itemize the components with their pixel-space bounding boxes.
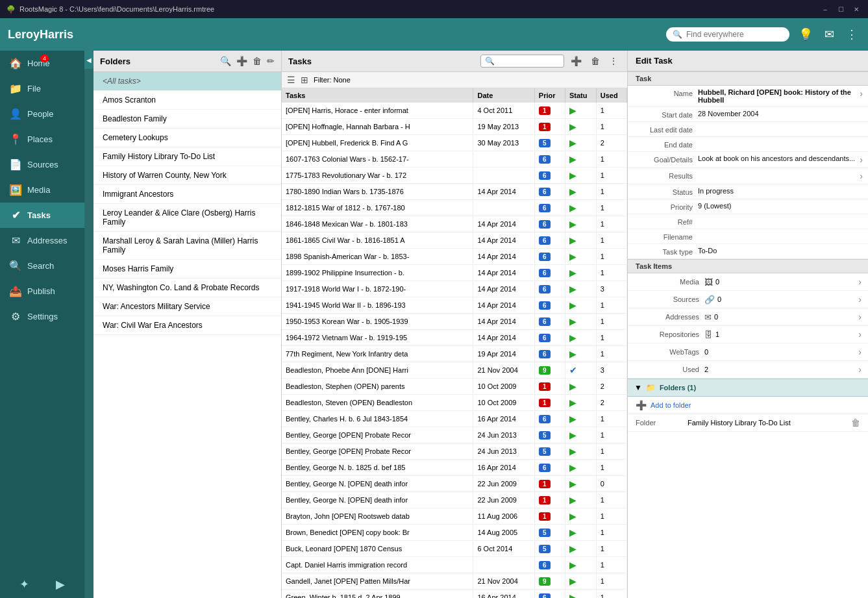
col-used[interactable]: Used <box>596 88 626 103</box>
table-row[interactable]: Bentley, George [OPEN] Probate Recor 24 … <box>282 443 627 460</box>
sources-arrow[interactable]: › <box>858 294 862 305</box>
table-row[interactable]: Beadleston, Steven (OPEN) Beadleston 10 … <box>282 395 627 411</box>
webtags-arrow[interactable]: › <box>858 347 862 357</box>
tasks-more-btn[interactable]: ⋮ <box>606 55 621 68</box>
used-cell: 1 <box>596 573 626 590</box>
sidebar-item-people[interactable]: 👤 People <box>0 101 84 127</box>
table-row[interactable]: 1607-1763 Colonial Wars - b. 1562-17- 6 … <box>282 151 627 168</box>
close-button[interactable]: ✕ <box>851 4 862 14</box>
media-arrow[interactable]: › <box>858 277 862 287</box>
folder-item[interactable]: Moses Harris Family <box>93 260 281 279</box>
table-row[interactable]: 1941-1945 World War II - b. 1896-193 14 … <box>282 297 627 314</box>
table-row[interactable]: Buck, Leonard [OPEN] 1870 Census 6 Oct 2… <box>282 541 627 557</box>
sidebar-bottom-right-btn[interactable]: ▶ <box>56 577 65 592</box>
folders-search-icon[interactable]: 🔍 <box>220 56 231 66</box>
sidebar-toggle[interactable]: ◀ <box>84 51 93 69</box>
table-row[interactable]: Beadleston, Phoebe Ann [DONE] Harri 21 N… <box>282 362 627 379</box>
table-row[interactable]: Beadleston, Stephen (OPEN) parents 10 Oc… <box>282 379 627 395</box>
table-row[interactable]: 1898 Spanish-American War - b. 1853- 14 … <box>282 249 627 265</box>
minimize-button[interactable]: – <box>820 4 830 14</box>
col-status[interactable]: Statu <box>565 88 597 103</box>
mail-icon[interactable]: ✉ <box>822 25 837 44</box>
sidebar-item-file[interactable]: 📁 File <box>0 76 84 101</box>
table-row[interactable]: 1917-1918 World War I - b. 1872-190- 14 … <box>282 281 627 297</box>
table-row[interactable]: Capt. Daniel Harris immigration record 6… <box>282 557 627 573</box>
tasks-delete-btn[interactable]: 🗑 <box>588 55 602 68</box>
folder-item[interactable]: Immigrant Ancestors <box>93 185 281 204</box>
table-row[interactable]: Brown, Benedict [OPEN] copy book: Br 14 … <box>282 525 627 541</box>
folder-item[interactable]: NY, Washington Co. Land & Probate Record… <box>93 279 281 297</box>
table-row[interactable]: 1780-1890 Indian Wars b. 1735-1876 14 Ap… <box>282 184 627 200</box>
sidebar-item-home[interactable]: 🏠 Home 4 <box>0 51 84 76</box>
sidebar-bottom-left-btn[interactable]: ✦ <box>19 577 29 592</box>
folder-entry-delete-icon[interactable]: 🗑 <box>851 417 860 428</box>
table-row[interactable]: Bentley, George N. [OPEN] death infor 22… <box>282 492 627 508</box>
col-date[interactable]: Date <box>473 88 534 103</box>
sidebar-item-tasks[interactable]: ✔ Tasks <box>0 203 84 228</box>
table-row[interactable]: 1950-1953 Korean War - b. 1905-1939 14 A… <box>282 314 627 330</box>
repositories-arrow[interactable]: › <box>858 329 862 340</box>
addresses-arrow[interactable]: › <box>858 312 862 322</box>
folder-item[interactable]: Amos Scranton <box>93 91 281 110</box>
global-search-box[interactable]: 🔍 <box>666 27 789 42</box>
folder-all-tasks[interactable]: <All tasks> <box>93 72 281 91</box>
folder-item[interactable]: Family History Library To-Do List <box>93 147 281 166</box>
folders-delete-icon[interactable]: 🗑 <box>253 56 262 66</box>
table-row[interactable]: [OPEN] Harris, Horace - enter informat 4… <box>282 103 627 119</box>
table-row[interactable]: [OPEN] Hoffnagle, Hannah Barbara - H 19 … <box>282 119 627 135</box>
results-arrow[interactable]: › <box>860 171 863 181</box>
folders-add-icon[interactable]: ➕ <box>236 56 247 66</box>
folder-item[interactable]: Leroy Leander & Alice Clare (Osberg) Har… <box>93 204 281 232</box>
table-row[interactable]: Green, Winter b. 1815 d. 2 Apr 1899 - 16… <box>282 590 627 599</box>
goal-value: Look at book on his ancestors and descen… <box>698 155 860 162</box>
folder-item[interactable]: History of Warren County, New York <box>93 166 281 185</box>
table-row[interactable]: Bentley, George N. b. 1825 d. bef 185 16… <box>282 460 627 476</box>
table-row[interactable]: 77th Regiment, New York Infantry deta 19… <box>282 346 627 362</box>
folders-collapse-icon[interactable]: ▼ <box>634 383 642 392</box>
global-search-input[interactable] <box>686 30 777 39</box>
folder-item[interactable]: War: Civil War Era Ancestors <box>93 316 281 335</box>
used-cell: 1 <box>596 216 626 232</box>
table-row[interactable]: 1812-1815 War of 1812 - b. 1767-180 6 ▶ … <box>282 200 627 216</box>
hints-icon[interactable]: 💡 <box>796 25 815 44</box>
folder-item[interactable]: War: Ancestors Military Service <box>93 297 281 316</box>
sidebar-item-settings[interactable]: ⚙ Settings <box>0 304 84 329</box>
add-to-folder-row[interactable]: ➕ Add to folder <box>628 397 868 414</box>
more-options-icon[interactable]: ⋮ <box>843 25 860 44</box>
sidebar-item-media[interactable]: 🖼️ Media <box>0 177 84 203</box>
folder-item[interactable]: Marshall Leroy & Sarah Lavina (Miller) H… <box>93 232 281 260</box>
goal-arrow[interactable]: › <box>860 155 863 165</box>
table-row[interactable]: Bentley, George N. [OPEN] death infor 22… <box>282 476 627 492</box>
table-row[interactable]: 1899-1902 Philippine Insurrection - b. 1… <box>282 265 627 281</box>
folder-item[interactable]: Cemetery Lookups <box>93 129 281 147</box>
used-arrow[interactable]: › <box>858 364 862 375</box>
add-to-folder-label[interactable]: Add to folder <box>651 401 691 409</box>
table-row[interactable]: 1861-1865 Civil War - b. 1816-1851 A 14 … <box>282 232 627 249</box>
folders-edit-icon[interactable]: ✏ <box>267 56 275 66</box>
col-priority[interactable]: Prior <box>534 88 565 103</box>
sidebar-item-addresses[interactable]: ✉ Addresses <box>0 228 84 253</box>
tasks-search-box[interactable]: 🔍 <box>480 55 564 68</box>
sidebar-item-publish[interactable]: 📤 Publish <box>0 279 84 304</box>
sidebar-item-places[interactable]: 📍 Places <box>0 127 84 152</box>
table-row[interactable]: [OPEN] Hubbell, Frederick B. Find A G 30… <box>282 135 627 151</box>
addresses-icon: ✉ <box>9 234 22 247</box>
status-cell: ▶ <box>565 346 597 362</box>
table-row[interactable]: 1964-1972 Vietnam War - b. 1919-195 14 A… <box>282 330 627 346</box>
maximize-button[interactable]: ☐ <box>836 4 846 14</box>
sidebar-item-sources[interactable]: 📄 Sources <box>0 152 84 177</box>
tasks-add-btn[interactable]: ➕ <box>568 55 584 68</box>
status-cell: ▶ <box>565 135 597 151</box>
tasks-search-input[interactable] <box>495 56 560 66</box>
webtags-count: 0 <box>704 348 858 356</box>
table-row[interactable]: 1846-1848 Mexican War - b. 1801-183 14 A… <box>282 216 627 232</box>
name-arrow[interactable]: › <box>860 88 863 99</box>
table-row[interactable]: Bentley, Charles H. b. 6 Jul 1843-1854 1… <box>282 411 627 427</box>
table-row[interactable]: Brayton, John [OPEN] Rootsweb datab 11 A… <box>282 508 627 525</box>
table-row[interactable]: Gandell, Janet [OPEN] Patten Mills/Har 2… <box>282 573 627 590</box>
folder-item[interactable]: Beadleston Family <box>93 110 281 129</box>
sidebar-item-search[interactable]: 🔍 Search <box>0 253 84 279</box>
table-row[interactable]: Bentley, George [OPEN] Probate Recor 24 … <box>282 427 627 443</box>
table-row[interactable]: 1775-1783 Revolutionary War - b. 172 6 ▶… <box>282 168 627 184</box>
col-tasks[interactable]: Tasks <box>282 88 473 103</box>
